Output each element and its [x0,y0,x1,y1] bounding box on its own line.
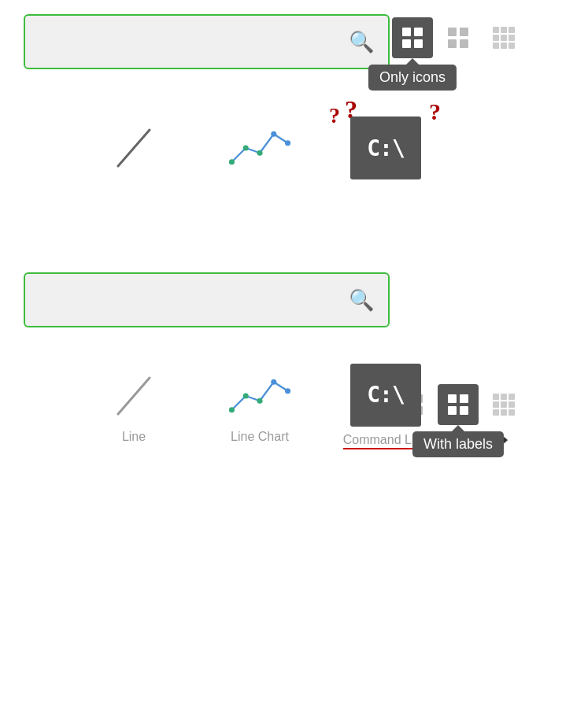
svg-rect-33 [508,394,515,400]
svg-rect-6 [448,39,457,48]
svg-rect-5 [460,28,468,36]
line-diagonal-icon [106,120,161,176]
top-with-labels-button[interactable] [438,17,479,58]
svg-rect-30 [460,406,468,415]
svg-point-18 [229,159,235,165]
bottom-grid-medium-icon [446,393,470,416]
svg-rect-15 [501,43,507,49]
svg-rect-35 [501,401,507,408]
top-view-controls: Only icons [392,17,524,58]
svg-rect-36 [508,401,515,408]
svg-rect-28 [460,394,468,403]
top-search-bar[interactable]: line 🔍 [24,14,390,69]
svg-rect-4 [448,28,457,36]
svg-point-20 [257,150,262,156]
svg-point-44 [271,379,276,385]
svg-rect-16 [508,43,515,49]
bottom-cmd-terminal-icon: C:\ [350,364,421,427]
svg-rect-31 [493,394,499,400]
bottom-line-chart-label: Line Chart [231,430,289,444]
svg-rect-11 [493,35,499,41]
svg-rect-1 [414,28,423,36]
bottom-large-grid-button[interactable] [483,384,524,425]
top-icon-grid: ? ? ? C:\ [24,85,564,211]
bottom-search-input[interactable]: line [39,287,349,312]
top-tooltip: Only icons [368,65,457,91]
cmd-terminal-icon: C:\ [350,116,421,179]
svg-rect-37 [493,409,499,416]
svg-line-40 [118,378,150,414]
bottom-tooltip: With labels [412,431,504,457]
bottom-line-chart-icon-cell[interactable]: Line Chart [197,343,323,469]
svg-rect-13 [508,35,515,41]
top-line-icon-cell[interactable] [71,85,197,211]
svg-rect-3 [414,39,423,48]
svg-rect-34 [493,401,499,408]
qmark2: ? [329,105,340,127]
top-large-grid-button[interactable] [483,17,524,58]
qmark3: ? [429,100,441,124]
top-cmd-icon-cell[interactable]: ? ? ? C:\ [323,85,449,211]
svg-point-45 [285,388,290,394]
line-chart-svg-icon [228,120,291,176]
svg-point-21 [271,131,276,137]
svg-point-19 [243,145,249,150]
grid-medium-icon [446,26,470,50]
svg-rect-29 [448,406,457,415]
svg-rect-10 [508,27,515,33]
svg-rect-27 [448,394,457,403]
bottom-search-bar[interactable]: line 🔍 [24,272,390,327]
svg-point-43 [257,398,262,404]
svg-rect-12 [501,35,507,41]
top-icons-only-button[interactable] [392,17,433,58]
top-line-chart-icon-cell[interactable] [197,85,323,211]
top-search-icon: 🔍 [349,30,374,54]
svg-point-42 [243,393,249,398]
svg-point-22 [285,140,290,146]
svg-rect-32 [501,394,507,400]
bottom-line-label: Line [122,430,146,444]
svg-point-41 [229,407,235,412]
svg-line-17 [118,130,150,166]
grid-large-icon [492,26,516,50]
svg-rect-14 [493,43,499,49]
svg-rect-38 [501,409,507,416]
grid-small-icon [401,26,424,50]
svg-rect-0 [402,28,411,36]
bottom-grid-large-icon [492,393,516,416]
top-cmd-group: ? ? ? C:\ [323,97,449,199]
svg-rect-9 [501,27,507,33]
bottom-line-diagonal-icon [106,368,161,423]
svg-rect-7 [460,39,468,48]
svg-rect-39 [508,409,515,416]
bottom-line-icon-cell[interactable]: Line [71,343,197,469]
svg-rect-8 [493,27,499,33]
bottom-search-icon: 🔍 [349,288,374,312]
svg-rect-2 [402,39,411,48]
top-search-input[interactable]: line [39,29,349,54]
bottom-line-chart-svg-icon [228,368,291,423]
